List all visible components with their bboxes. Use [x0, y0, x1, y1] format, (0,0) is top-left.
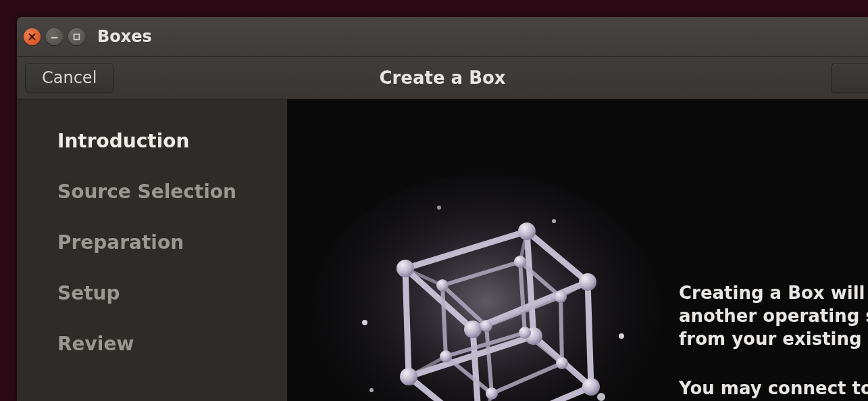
sidebar-item-source-selection[interactable]: Source Selection — [57, 181, 287, 203]
next-button[interactable] — [831, 63, 868, 93]
svg-point-24 — [436, 279, 449, 291]
toolbar: Cancel Create a Box — [17, 56, 868, 99]
svg-point-19 — [464, 321, 482, 338]
page-title: Create a Box — [379, 68, 505, 88]
svg-rect-0 — [74, 34, 80, 39]
titlebar[interactable]: Boxes — [17, 17, 868, 56]
svg-point-5 — [597, 393, 605, 401]
sidebar-item-introduction[interactable]: Introduction — [57, 130, 287, 152]
svg-point-4 — [619, 333, 624, 339]
intro-text: from your existing lo — [679, 329, 868, 349]
svg-point-22 — [582, 378, 600, 396]
sidebar-item-label: Review — [57, 333, 134, 355]
svg-point-25 — [514, 256, 526, 268]
svg-point-26 — [555, 291, 567, 303]
svg-point-17 — [518, 222, 536, 240]
sidebar-item-label: Source Selection — [57, 181, 236, 203]
svg-point-30 — [556, 357, 568, 369]
svg-point-1 — [311, 174, 662, 401]
svg-point-18 — [579, 273, 596, 291]
content-area: Introduction Source Selection Preparatio… — [17, 99, 868, 401]
svg-point-16 — [397, 260, 414, 277]
app-title: Boxes — [97, 27, 152, 46]
app-window: Boxes Cancel Create a Box Introduction S… — [17, 17, 868, 401]
sidebar-item-preparation[interactable]: Preparation — [57, 231, 287, 254]
svg-point-29 — [519, 327, 531, 339]
sidebar-item-label: Introduction — [57, 130, 190, 152]
svg-point-3 — [369, 388, 374, 392]
sidebar-item-review[interactable]: Review — [57, 333, 287, 355]
intro-description: Creating a Box will all another operatin… — [679, 282, 868, 401]
intro-text: You may connect to a — [679, 378, 868, 398]
wizard-sidebar: Introduction Source Selection Preparatio… — [17, 99, 287, 401]
sidebar-item-label: Preparation — [57, 231, 184, 254]
main-panel: Creating a Box will all another operatin… — [287, 99, 868, 401]
maximize-icon[interactable] — [68, 28, 85, 45]
intro-text: Creating a Box will all — [679, 283, 868, 303]
cancel-button-label: Cancel — [42, 68, 97, 87]
boxes-hypercube-icon — [304, 167, 669, 401]
svg-point-27 — [480, 320, 492, 332]
svg-point-6 — [552, 219, 556, 223]
sidebar-item-setup[interactable]: Setup — [57, 282, 287, 304]
close-icon[interactable] — [24, 28, 41, 45]
window-controls — [24, 28, 85, 45]
cancel-button[interactable]: Cancel — [25, 63, 113, 93]
svg-point-20 — [400, 368, 417, 385]
svg-point-2 — [362, 320, 367, 325]
minimize-icon[interactable] — [46, 28, 63, 45]
sidebar-item-label: Setup — [57, 282, 120, 304]
svg-point-31 — [486, 387, 498, 400]
svg-point-28 — [440, 350, 452, 362]
intro-text: another operating sy — [679, 306, 868, 326]
svg-point-7 — [437, 206, 441, 210]
